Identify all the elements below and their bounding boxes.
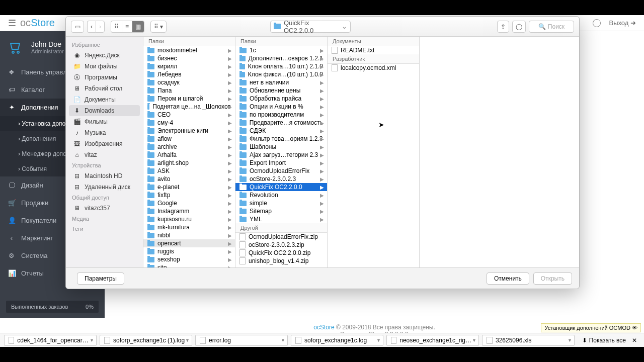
folder-row[interactable]: Фильтр това…ориям 1.2.3▶ xyxy=(235,135,327,143)
view-columns-button[interactable]: ▥ xyxy=(132,21,144,33)
folder-row[interactable]: arlight.shop▶ xyxy=(143,159,235,167)
sidebar-item[interactable]: ♪Музыка xyxy=(66,127,143,138)
folder-row[interactable]: Лебедев▶ xyxy=(143,70,235,78)
download-item[interactable]: cdek_1464_for_opencar….zip▼ xyxy=(4,335,97,346)
logo[interactable]: ocStore xyxy=(20,17,55,29)
folder-row[interactable]: Sitemap▶ xyxy=(235,207,327,215)
folder-row[interactable]: Arhalfa▶ xyxy=(143,151,235,159)
dialog-sidebar: Избранное ◉Яндекс.Диск📁Мои файлыⒶПрограм… xyxy=(66,37,143,267)
folder-row[interactable]: ASK▶ xyxy=(143,167,235,175)
sidebar-item[interactable]: ⬇Downloads xyxy=(69,105,140,116)
back-button[interactable]: ‹ xyxy=(87,21,96,33)
sidebar-item[interactable]: 📁Мои файлы xyxy=(66,61,143,72)
folder-row[interactable]: simple▶ xyxy=(235,199,327,207)
folder-row[interactable]: Обработка прайса▶ xyxy=(235,95,327,103)
file-row[interactable]: ocStore-2.3.0.2.3.zip xyxy=(235,241,327,249)
folder-row[interactable]: Export Import▶ xyxy=(235,159,327,167)
folder-row[interactable]: CEO▶ xyxy=(143,111,235,119)
file-row[interactable]: QuickFix OC2.2.0.0.zip xyxy=(235,249,327,257)
view-icons-button[interactable]: ⠿ xyxy=(111,21,122,33)
path-dropdown[interactable]: QuickFix OC2.2.0.0 ⌄ xyxy=(270,21,351,33)
sidebar-item[interactable]: 🎬Фильмы xyxy=(66,116,143,127)
folder-row[interactable]: ocStore-2.3.0.2.3▶ xyxy=(235,175,327,183)
folder-row[interactable]: mosdommebel▶ xyxy=(143,46,235,54)
folder-row[interactable]: sexshop▶ xyxy=(143,255,235,263)
folder-row[interactable]: Дополнител…оваров 1.2.1▶ xyxy=(235,54,327,62)
view-list-button[interactable]: ≡ xyxy=(122,21,132,33)
folder-row[interactable]: Опции и Акции в %▶ xyxy=(235,103,327,111)
folder-row[interactable]: нет в наличии▶ xyxy=(235,78,327,86)
show-all-button[interactable]: ⬇ Показать все xyxy=(582,337,626,344)
folder-row[interactable]: Клон оплата…10 шт.) 2.1.0▶ xyxy=(235,62,327,70)
download-item[interactable]: error.log▼ xyxy=(195,335,288,346)
file-row[interactable]: localcopy.ocmod.xml xyxy=(328,64,419,72)
folder-row[interactable]: бизнес▶ xyxy=(143,54,235,62)
folder-row[interactable]: site▶ xyxy=(143,263,235,267)
download-item[interactable]: 32625096.xls▼ xyxy=(482,335,575,346)
options-button[interactable]: Параметры xyxy=(77,273,124,285)
folder-row[interactable]: Шаблоны▶ xyxy=(235,143,327,151)
folder-row[interactable]: Ajax загруз…тегории 2.3▶ xyxy=(235,151,327,159)
sidebar-item[interactable]: ⊟Удаленный диск xyxy=(66,182,143,193)
folder-row[interactable]: mk-furnitura▶ xyxy=(143,223,235,231)
sidebar-item[interactable]: 🖥Рабочий стол xyxy=(66,83,143,94)
folder-row[interactable]: Пером и шпагой▶ xyxy=(143,95,235,103)
sidebar-item[interactable]: ⌂vitaz xyxy=(66,149,143,160)
folder-row[interactable]: QuickFix OC2.2.0.0▶ xyxy=(235,183,327,191)
folder-row[interactable]: archive▶ xyxy=(143,143,235,151)
download-item[interactable]: soforp_exchange1c.log▼ xyxy=(291,335,383,346)
sidebar-item[interactable]: 🖥vitazc357 xyxy=(66,203,143,214)
forward-button[interactable]: › xyxy=(96,21,105,33)
folder-row[interactable]: opencart▶ xyxy=(143,239,235,247)
logout-link[interactable]: Выход ➜ xyxy=(609,19,636,27)
download-item[interactable]: soforp_exchange1c (1).log▼ xyxy=(100,335,192,346)
folder-row[interactable]: по производителям▶ xyxy=(235,111,327,119)
folder-row[interactable]: сму-4▶ xyxy=(143,119,235,127)
sidebar-item[interactable]: ⒶПрограммы xyxy=(66,72,143,83)
column-2: Папки 1c▶Дополнител…оваров 1.2.1▶Клон оп… xyxy=(235,37,328,267)
folder-row[interactable]: avito▶ xyxy=(143,175,235,183)
sidebar-item[interactable]: 📄Документы xyxy=(66,94,143,105)
folder-row[interactable]: кирилл▶ xyxy=(143,62,235,70)
sidebar-item[interactable]: ⊟Macintosh HD xyxy=(66,170,143,182)
tags-button[interactable]: ◯ xyxy=(512,21,526,33)
folder-row[interactable]: OcmodUploadErrorFix▶ xyxy=(235,167,327,175)
download-item[interactable]: neoseo_exchange1c_rig….zip▼ xyxy=(386,335,479,346)
folder-row[interactable]: Клон фикси…(10 шт.) 1.0.0▶ xyxy=(235,70,327,78)
folder-row[interactable]: осадчук▶ xyxy=(143,78,235,86)
folder-row[interactable]: YML▶ xyxy=(235,215,327,223)
folder-row[interactable]: ruggis▶ xyxy=(143,247,235,255)
view-options-button[interactable]: ⠿ ▾ xyxy=(150,21,167,33)
folder-icon xyxy=(147,152,154,158)
open-button[interactable]: Открыть xyxy=(533,273,572,285)
file-row[interactable]: OcmodUploadErrorFix.zip xyxy=(235,233,327,241)
folder-row[interactable]: Предварите…я стоимость▶ xyxy=(235,119,327,127)
folder-row[interactable]: Поднятая це…на _Шолохов▶ xyxy=(143,103,235,111)
folder-row[interactable]: Папа▶ xyxy=(143,86,235,95)
share-button[interactable]: ⇪ xyxy=(497,21,509,33)
file-row[interactable]: README.txt xyxy=(328,46,419,54)
sidebar-item[interactable]: 🖼Изображения xyxy=(66,138,143,149)
user-name: John Doe xyxy=(31,40,64,48)
folder-row[interactable]: fixftp▶ xyxy=(143,191,235,199)
folder-row[interactable]: СДЭК▶ xyxy=(235,127,327,135)
folder-row[interactable]: aflow▶ xyxy=(143,135,235,143)
folder-row[interactable]: Электронные киги▶ xyxy=(143,127,235,135)
cancel-button[interactable]: Отменить xyxy=(487,273,529,285)
folder-row[interactable]: Обновление цены▶ xyxy=(235,86,327,95)
folder-row[interactable]: Revolution▶ xyxy=(235,191,327,199)
sidebar-item[interactable]: ◉Яндекс.Диск xyxy=(66,50,143,61)
folder-row[interactable]: Google▶ xyxy=(143,199,235,207)
folder-row[interactable]: Instagramm▶ xyxy=(143,207,235,215)
globe-icon[interactable] xyxy=(593,19,601,27)
folder-row[interactable]: nibbl▶ xyxy=(143,231,235,239)
search-input[interactable]: 🔍 Поиск xyxy=(529,21,574,33)
file-row[interactable]: unishop_blog_v1.4.zip xyxy=(235,257,327,265)
sidebar-toggle-button[interactable]: ▭ xyxy=(71,21,84,33)
menu-toggle-icon[interactable]: ☰ xyxy=(8,18,16,29)
folder-row[interactable]: 1c▶ xyxy=(235,46,327,54)
folder-row[interactable]: e-planet▶ xyxy=(143,183,235,191)
footer-brand[interactable]: ocStore xyxy=(313,324,334,331)
close-downloads-button[interactable]: ✕ xyxy=(629,337,640,344)
folder-row[interactable]: kupisosnu.ru▶ xyxy=(143,215,235,223)
